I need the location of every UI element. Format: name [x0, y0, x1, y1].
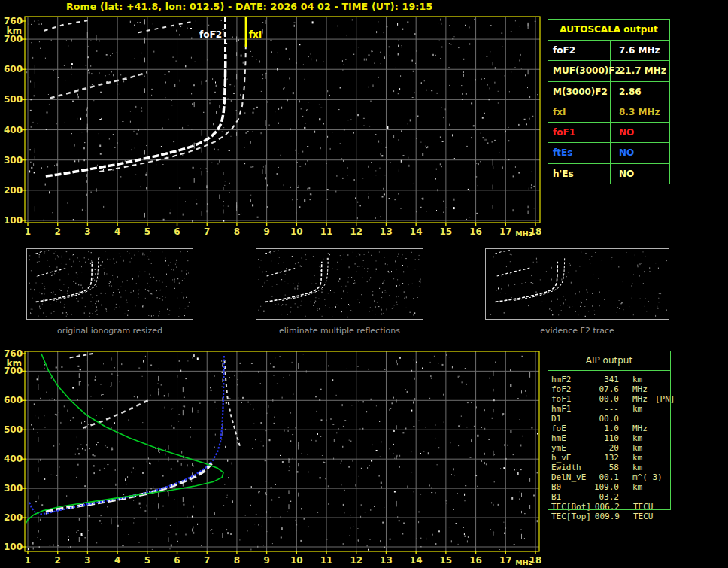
noise-dot: [77, 532, 77, 533]
noise-dash: [222, 379, 223, 383]
noise-dot: [40, 48, 41, 49]
noise-dot: [363, 401, 364, 402]
noise-dot: [356, 272, 357, 272]
noise-dot: [317, 308, 317, 309]
noise-dot: [367, 467, 368, 469]
noise-dot: [494, 140, 496, 141]
noise-dot: [142, 305, 143, 306]
noise-dot: [267, 184, 268, 186]
noise-dot: [438, 447, 439, 448]
noise-dot: [146, 145, 147, 146]
noise-dot: [571, 282, 572, 284]
noise-dot: [282, 304, 283, 305]
noise-dot: [76, 477, 77, 478]
noise-dot: [517, 398, 519, 399]
noise-dot: [185, 308, 186, 308]
noise-dot: [36, 283, 37, 284]
noise-dot: [379, 421, 380, 422]
noise-dot: [251, 363, 253, 364]
noise-dot: [592, 305, 593, 307]
noise-dot: [484, 113, 485, 114]
noise-dot: [207, 185, 208, 186]
noise-dot: [142, 376, 143, 377]
noise-dot: [469, 44, 470, 45]
noise-dot: [575, 293, 576, 294]
noise-dot: [527, 87, 528, 88]
noise-dot: [308, 454, 308, 455]
noise-dot: [508, 284, 509, 286]
noise-dot: [187, 516, 187, 518]
noise-dot: [306, 254, 307, 254]
noise-dot: [297, 307, 298, 308]
noise-dot: [271, 517, 271, 518]
noise-dash: [528, 70, 529, 75]
noise-dot: [60, 422, 61, 424]
noise-dot: [261, 132, 262, 134]
noise-dot: [531, 275, 532, 276]
noise-dot: [220, 442, 220, 443]
noise-dot: [165, 418, 165, 418]
noise-dot: [502, 166, 503, 169]
noise-dot: [301, 508, 302, 509]
noise-dot: [303, 64, 304, 65]
noise-dot: [343, 426, 344, 427]
noise-dot: [563, 275, 564, 277]
noise-dot: [177, 375, 177, 378]
noise-dot: [223, 29, 224, 30]
noise-dot: [46, 129, 47, 130]
noise-dash: [521, 390, 522, 393]
noise-dot: [340, 255, 341, 256]
noise-dot: [186, 534, 187, 536]
noise-dash: [168, 445, 168, 450]
noise-dot: [390, 408, 391, 409]
noise-dot: [322, 292, 323, 293]
noise-dot: [93, 287, 94, 288]
noise-dot: [511, 497, 513, 500]
noise-dot: [316, 411, 317, 412]
thumb-o-trace: [496, 262, 558, 302]
noise-dot: [581, 302, 582, 303]
noise-dot: [451, 475, 452, 475]
noise-dot: [385, 263, 386, 265]
noise-dot: [162, 251, 162, 253]
noise-dot: [347, 317, 347, 318]
noise-dot: [506, 266, 507, 267]
noise-dot: [262, 74, 263, 76]
noise-dot: [281, 527, 283, 530]
noise-dot: [138, 297, 138, 298]
noise-dot: [311, 518, 311, 519]
noise-dot: [399, 520, 400, 521]
noise-dot: [279, 272, 280, 273]
noise-dot: [191, 481, 192, 482]
noise-dot: [251, 486, 252, 488]
x-axis-unit-label: MHz: [515, 229, 532, 238]
noise-dot: [150, 395, 151, 396]
noise-dot: [105, 133, 105, 135]
noise-dot: [349, 275, 350, 275]
noise-dot: [75, 454, 76, 455]
noise-dot: [648, 301, 649, 302]
noise-dot: [181, 271, 182, 272]
noise-dot: [341, 208, 341, 209]
noise-dot: [341, 287, 342, 287]
noise-dot: [587, 292, 587, 293]
noise-dot: [117, 401, 117, 402]
noise-dot: [174, 281, 174, 283]
noise-dot: [370, 399, 372, 400]
x-axis-tick-label: 14: [410, 555, 423, 566]
noise-dot: [384, 369, 385, 370]
noise-dot: [315, 396, 317, 397]
noise-dot: [109, 283, 110, 284]
noise-dot: [44, 415, 44, 416]
noise-dot: [57, 269, 58, 269]
noise-dot: [392, 308, 393, 309]
aip-row-d1: D100.0: [548, 414, 671, 424]
noise-dot: [68, 274, 68, 275]
noise-dot: [127, 476, 128, 478]
noise-dot: [347, 307, 347, 308]
noise-dot: [116, 307, 117, 308]
noise-dash: [87, 32, 88, 38]
noise-dot: [244, 18, 244, 19]
noise-dot: [626, 252, 626, 253]
noise-dot: [478, 163, 479, 165]
